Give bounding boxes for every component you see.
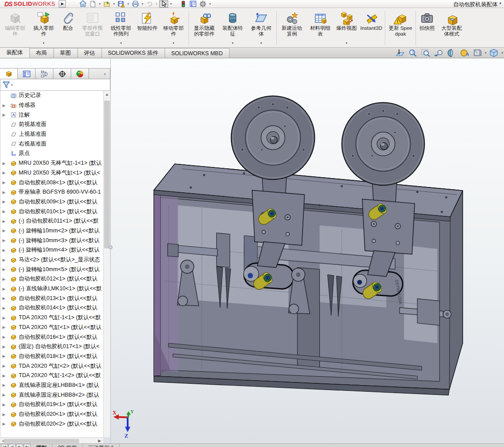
expand-arrow-icon[interactable]: ▶ — [0, 335, 7, 339]
instant3d-button[interactable]: Instant3D — [359, 10, 384, 46]
zoom-to-fit-icon[interactable] — [407, 49, 418, 57]
tree-item[interactable]: ▶马达<2> (默认<<默认>_显示状态 — [0, 255, 103, 265]
tab-sketch[interactable]: 草图 — [53, 48, 78, 58]
machine-assembly[interactable]: DST554U33A — [154, 164, 463, 395]
previous-view-icon[interactable] — [433, 49, 444, 57]
command-manager-icon[interactable] — [189, 0, 198, 8]
motion-study-tab[interactable]: 运动算例 1 — [83, 444, 120, 447]
expand-arrow-icon[interactable]: ▶ — [0, 171, 7, 175]
expand-arrow-icon[interactable]: ▶ — [0, 374, 7, 378]
menu-expander-button[interactable]: ▶ — [59, 0, 66, 8]
tab-solidworks-addins[interactable]: SOLIDWORKS 插件 — [101, 48, 165, 58]
insert-component-button[interactable]: 插入零部件 ▾ — [29, 10, 58, 46]
mate-button[interactable]: 配合 — [58, 10, 78, 46]
expand-arrow-icon[interactable]: ▶ — [0, 316, 7, 320]
new-motion-study-button[interactable]: 新建运动算例 — [278, 10, 306, 46]
scroll-right-arrow[interactable]: ▶ — [96, 439, 103, 443]
tree-item[interactable]: ▶自动包胶机020<2> (默认<<默认 — [0, 419, 103, 429]
tree-item[interactable]: ▶注解 — [0, 110, 103, 120]
print-icon[interactable] — [131, 0, 140, 8]
section-view-icon[interactable] — [446, 49, 457, 57]
expand-arrow-icon[interactable]: ▶ — [0, 354, 7, 358]
expand-arrow-icon[interactable]: ▶ — [0, 325, 7, 329]
nav-last-button[interactable]: ▶| — [24, 444, 31, 447]
visibility-traffic-light-icon[interactable] — [179, 0, 188, 8]
tree-item[interactable]: ▶自动包胶机019<1> (默认<<默认 — [0, 400, 103, 410]
graphics-viewport[interactable]: DST554U33A — [111, 58, 504, 443]
expand-arrow-icon[interactable]: ▶ — [0, 228, 7, 233]
tree-item[interactable]: ▶TDA 20X20 气缸<1> (默认<<默认 — [0, 323, 103, 333]
expand-arrow-icon[interactable]: ▶ — [0, 209, 7, 214]
expand-arrow-icon[interactable]: ▶ — [0, 103, 7, 108]
tree-item[interactable]: ▶自动包胶机012<1> (默认<<默认 — [0, 274, 103, 284]
new-document-icon[interactable] — [88, 0, 97, 8]
show-hidden-components-button[interactable]: 显示隐藏的零部件 — [190, 10, 218, 46]
tree-item[interactable]: 前视基准面 — [0, 120, 103, 130]
tree-item[interactable]: ▶TDA 20X20 气缸-1<2> (默认<<默 — [0, 371, 103, 381]
smart-fasteners-button[interactable]: 智能扣件 — [135, 10, 159, 46]
tab-solidworks-mbd[interactable]: SOLIDWORKS MBD — [165, 48, 230, 58]
3d-views-tab[interactable]: 3D 视图 — [52, 444, 83, 447]
tree-item[interactable]: ▶(-) 旋轉輪10mm<2> (默认<<默认 — [0, 226, 103, 236]
tab-layout[interactable]: 布局 — [29, 48, 54, 58]
expand-arrow-icon[interactable]: ▶ — [0, 364, 7, 368]
tree-item[interactable]: ▶自动包胶机020<1> (默认<<默认 — [0, 410, 103, 419]
tree-item[interactable]: ▶(-) 旋轉輪10mm<5> (默认<<默认 — [0, 264, 103, 274]
tree-item[interactable]: ▶(-) 旋轉輪10mm<3> (默认<<默认 — [0, 236, 103, 245]
expand-arrow-icon[interactable]: ▶ — [0, 248, 7, 252]
tree-item[interactable]: 右视基准面 — [0, 139, 103, 149]
expand-arrow-icon[interactable]: ▶ — [0, 219, 7, 224]
apply-scene-icon[interactable] — [472, 49, 483, 57]
large-assembly-mode-button[interactable]: 大型装配体模式 — [437, 10, 466, 46]
tree-item[interactable]: ▶自动包胶机010<1> (默认<<默认 — [0, 207, 103, 216]
expand-arrow-icon[interactable]: ▶ — [0, 113, 7, 117]
exploded-view-button[interactable]: 爆炸视图 ▾ — [335, 10, 359, 46]
panel-collapse-arrow[interactable]: › — [100, 69, 110, 79]
displaymanager-tab[interactable] — [71, 69, 89, 79]
display-style-icon[interactable] — [488, 49, 499, 57]
select-dropdown[interactable]: ▾ — [169, 2, 173, 6]
dimxpertmanager-tab[interactable] — [53, 69, 71, 79]
apply-scene-dropdown[interactable]: ▾ — [485, 51, 487, 55]
expand-arrow-icon[interactable]: ▶ — [0, 238, 7, 243]
options-gear-icon[interactable] — [198, 0, 207, 8]
configurationmanager-tab[interactable] — [36, 69, 53, 79]
tree-item[interactable]: ▶(固定) 自动包胶机017<1> (默认< — [0, 342, 103, 352]
tree-item[interactable]: ▶TDA 20X20 气缸<2> (默认<<默认 — [0, 361, 103, 371]
panel-splitter[interactable] — [110, 58, 111, 443]
print-dropdown[interactable]: ▾ — [141, 2, 144, 6]
panel-splitter-handle[interactable] — [109, 245, 113, 249]
tree-item[interactable]: 历史记录 — [0, 91, 103, 101]
expand-arrow-icon[interactable]: ▶ — [0, 393, 7, 397]
model-tab[interactable]: 模型 — [31, 444, 52, 447]
tree-item[interactable]: ▶自动包胶机016<1> (默认<<默认 — [0, 332, 103, 342]
model-3d-view[interactable]: DST554U33A — [111, 58, 504, 443]
tree-item[interactable]: ▶自动包胶机009<1> (默认<<默认 — [0, 197, 103, 207]
options-dropdown[interactable]: ▾ — [208, 2, 212, 6]
expand-arrow-icon[interactable]: ▶ — [0, 306, 7, 310]
select-cursor-icon[interactable] — [159, 0, 168, 8]
propertymanager-tab[interactable] — [18, 69, 36, 79]
expand-arrow-icon[interactable]: ▶ — [0, 412, 7, 417]
filter-funnel-icon[interactable]: ▾ — [2, 81, 13, 89]
horizontal-scroll-thumb[interactable] — [4, 439, 79, 443]
zoom-to-area-icon[interactable] — [420, 49, 431, 57]
tree-item[interactable]: 原点 — [0, 149, 103, 158]
expand-arrow-icon[interactable]: ▶ — [0, 383, 7, 387]
nav-prev-button[interactable]: ◀ — [8, 444, 16, 447]
expand-arrow-icon[interactable]: ▶ — [0, 422, 7, 426]
tree-item[interactable]: ▶MRU 20X50 无棒气缸-1<1> (默认 — [0, 158, 103, 168]
tree-item[interactable]: ▶自动包胶机013<1> (默认<<默认 — [0, 293, 103, 303]
expand-arrow-icon[interactable]: ▶ — [0, 180, 7, 185]
save-dropdown[interactable]: ▾ — [126, 2, 130, 6]
tree-item[interactable]: ▶自动包胶机014<1> (默认<<默认 — [0, 303, 103, 313]
tree-item[interactable]: ▶直线轴承固定座LHBB8<2> (默认 — [0, 390, 103, 400]
tree-horizontal-scrollbar[interactable]: ◀ ▶ — [0, 438, 103, 443]
expand-arrow-icon[interactable]: ▶ — [0, 161, 7, 166]
tree-item[interactable]: ▶自动包胶机008<1> (默认<<默认 — [0, 178, 103, 187]
tree-item[interactable]: ▶MRU 20X50 无棒气缸<1> (默认< — [0, 168, 103, 178]
tree-item[interactable]: ▶(-) 直线轴承LMK10<1> (默认<<默 — [0, 284, 103, 294]
take-snapshot-button[interactable]: 拍快照 — [417, 10, 437, 46]
annotation-view-icon[interactable]: A — [459, 49, 470, 57]
expand-arrow-icon[interactable]: ▶ — [0, 287, 7, 291]
